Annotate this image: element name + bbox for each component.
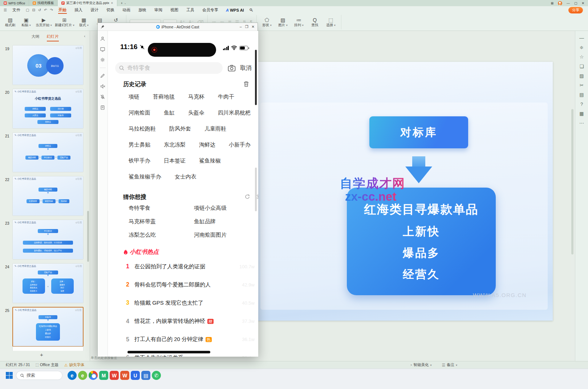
app-tab[interactable]: W WPS Office: [0, 0, 29, 6]
tab-slides[interactable]: 幻灯片: [47, 34, 59, 41]
ribbon-button[interactable]: ▣粘贴 ▾: [18, 17, 34, 28]
screen-mirror-icon[interactable]: [100, 47, 105, 52]
taskbar-search[interactable]: 搜索: [16, 371, 62, 380]
hot-topic-item[interactable]: 3 给猫戴 GPS 发现它也太忙了 40.5w: [126, 298, 255, 307]
history-chip[interactable]: 小新手办: [229, 141, 251, 148]
menu-item-6[interactable]: 放映: [134, 6, 150, 14]
ribbon-button[interactable]: ⬚选择 ▾: [323, 17, 339, 28]
menu-item-8[interactable]: 视图: [166, 6, 182, 14]
history-chip[interactable]: 日本签证: [164, 157, 186, 164]
wps-ai-button[interactable]: A WPS AI: [222, 8, 248, 12]
star-icon[interactable]: ☆: [578, 54, 585, 60]
menu-item-5[interactable]: 动画: [118, 6, 134, 14]
ribbon-button[interactable]: ▨图片 ▾: [275, 17, 291, 28]
menu-item-10[interactable]: 会员专享: [198, 6, 222, 14]
comment-icon[interactable]: ❏: [578, 64, 585, 69]
pin-icon[interactable]: [101, 25, 105, 29]
slide-thumbnail-19[interactable]: ◎引用03 选品方法: [12, 45, 84, 85]
phone-window-titlebar[interactable]: iPhone - AirDroid Cast – ❐ ✕: [98, 23, 257, 31]
taskbar-app-edge[interactable]: e: [68, 371, 77, 380]
history-chip[interactable]: 项链: [129, 93, 139, 100]
history-chip[interactable]: 四川米易枇杷: [218, 109, 251, 116]
history-chip[interactable]: 男士鼻贴: [129, 141, 150, 148]
guess-item[interactable]: 河南烩面图片: [194, 232, 227, 238]
history-icon[interactable]: ↺: [37, 8, 42, 12]
hot-topic-item[interactable]: 5 打工人有自己的 20 分钟定律 热 36.1w: [126, 335, 255, 344]
account-icon[interactable]: [100, 36, 105, 41]
taskbar-app-wps-writer-w[interactable]: W: [120, 371, 129, 380]
more-icon[interactable]: ⋯: [578, 120, 585, 126]
history-chip[interactable]: 儿童雨鞋: [204, 125, 226, 132]
guess-item[interactable]: 项链小众高级: [194, 205, 227, 212]
ribbon-button[interactable]: ▧格式刷: [2, 17, 18, 28]
taskbar-app-notes-m[interactable]: M: [99, 371, 108, 380]
mic-mute-icon[interactable]: [100, 94, 105, 100]
ribbon-button[interactable]: Q查找: [307, 17, 323, 28]
hot-topic-item[interactable]: 4 惜花芷，内娱掌管转场的神经 梗 37.3w: [126, 317, 255, 326]
print-icon[interactable]: ⊟: [31, 8, 36, 12]
cancel-button[interactable]: 取消: [240, 64, 252, 72]
guess-item[interactable]: 鱼缸品牌: [194, 218, 216, 225]
avatar[interactable]: [558, 1, 562, 5]
slide-thumbnail-24[interactable]: ✎ 小红书带货之选品◎引用适配产品 ▼ 货架：品类更好颜值更高利润更大 + 流量…: [12, 263, 84, 303]
hamburger-icon[interactable]: ☰: [2, 8, 8, 12]
menu-item-7[interactable]: 审阅: [150, 6, 166, 14]
refresh-icon[interactable]: [244, 194, 250, 200]
history-chip[interactable]: 女士内衣: [175, 173, 196, 180]
menu-item-9[interactable]: 工具: [182, 6, 198, 14]
redo-icon[interactable]: ↷: [49, 8, 54, 12]
guess-item[interactable]: 冻梨怎么吃: [129, 232, 156, 238]
history-chip[interactable]: 头盔伞: [188, 109, 204, 116]
tab-outline[interactable]: 大纲: [32, 34, 40, 41]
tab-close-icon[interactable]: ✕: [111, 1, 113, 5]
ribbon-button[interactable]: ⊞新建幻灯片 ▾: [53, 17, 76, 28]
hot-topic-item[interactable]: 2 骨科会惩罚每个爱翘二郎腿的人 42.9w: [126, 280, 255, 289]
properties-icon[interactable]: ≑: [578, 45, 585, 50]
help-icon[interactable]: ?: [578, 101, 585, 107]
menu-item-2[interactable]: 插入: [70, 6, 86, 14]
animation-icon[interactable]: ▨: [578, 73, 585, 79]
hot-topic-item[interactable]: 1 在公园拍到了人类退化的证据 100.7w: [126, 262, 255, 271]
settings-gear-icon[interactable]: [100, 57, 105, 63]
taskbar-app-wps-w[interactable]: W: [110, 371, 119, 380]
menu-item-3[interactable]: 设计: [86, 6, 102, 14]
search-menu-icon[interactable]: 🔍︎: [248, 8, 255, 13]
menu-item-1[interactable]: 开始: [54, 6, 70, 14]
guess-item[interactable]: 马克杯带盖: [129, 218, 156, 225]
tools-icon[interactable]: ✂: [578, 83, 585, 88]
history-chip[interactable]: 铁甲手办: [129, 157, 150, 164]
missing-font-warning[interactable]: ⚠缺失字体: [64, 362, 84, 368]
search-input[interactable]: 奇特零食: [115, 62, 223, 74]
minimize-button[interactable]: —: [567, 1, 570, 5]
hot-topic-item[interactable]: 6 学不会告别也没关系 59.4w: [126, 353, 255, 357]
phone-minimize-button[interactable]: –: [240, 25, 242, 29]
beautify-button[interactable]: ◔智能美化▾: [410, 362, 431, 368]
start-button[interactable]: [6, 372, 13, 379]
canvas-scrollbar[interactable]: [571, 31, 574, 361]
history-chip[interactable]: 牛肉干: [218, 93, 234, 100]
apps-grid-icon[interactable]: ⊞: [551, 1, 553, 5]
trash-icon[interactable]: [243, 81, 250, 87]
phone-close-button[interactable]: ✕: [252, 25, 255, 29]
history-chip[interactable]: 马拉松跑鞋: [129, 125, 156, 132]
slide-main-box[interactable]: 红海类目寻爆款单品 上新快 爆品多 经营久: [347, 188, 496, 295]
speaker-mute-icon[interactable]: [100, 84, 105, 89]
add-slide-button[interactable]: +: [40, 352, 43, 358]
calendar-icon[interactable]: ▦: [578, 111, 585, 116]
history-chip[interactable]: 鱼缸: [164, 109, 175, 116]
share-button[interactable]: 分享: [568, 7, 583, 13]
taskbar-app-tablet-app[interactable]: ▤: [141, 371, 150, 380]
app-tab[interactable]: P 第三课小红书带货之选品.pptx ✕: [58, 0, 117, 6]
menu-item-4[interactable]: 切换: [102, 6, 118, 14]
maximize-button[interactable]: ▢: [574, 1, 577, 5]
new-tab-button[interactable]: + ⌄: [117, 0, 130, 6]
ribbon-button[interactable]: ≔排列 ▾: [291, 17, 307, 28]
taskbar-app-airdroid-phone[interactable]: ✆: [152, 371, 161, 380]
history-chip[interactable]: 苔藓地毯: [153, 93, 175, 100]
ribbon-button[interactable]: ⬠形状 ▾: [259, 17, 275, 28]
history-chip[interactable]: 防风外套: [169, 125, 191, 132]
history-chip[interactable]: 东北冻梨: [164, 141, 186, 148]
panel-collapse-button[interactable]: ‹: [84, 34, 85, 38]
ribbon-button[interactable]: ▦版式 ▾: [76, 17, 92, 28]
slide-thumbnail-20[interactable]: ✎ 小红书带货之选品◎引用小红书带货之选品词根法排行榜人群法对标库货架法: [12, 89, 84, 129]
